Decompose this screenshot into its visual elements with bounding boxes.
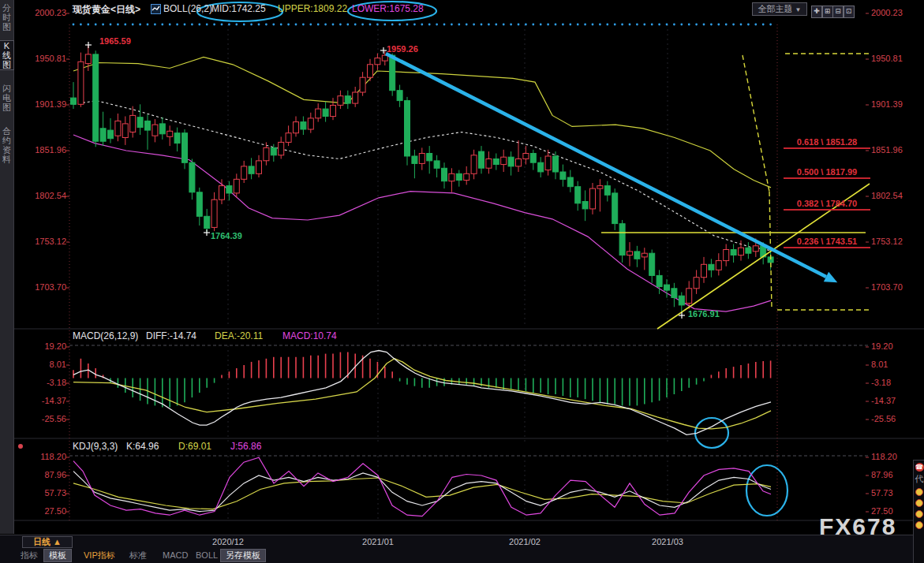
triangle-up-icon: ▲ [53,537,62,546]
bottom-tab-bar: 指标模板VIP指标标准MACDBOLL另存模板 [0,549,924,563]
sidebar-item-char: 电 [0,93,13,103]
alarm-icon[interactable] [915,521,923,529]
period-selector[interactable]: 日线 ▲ [22,536,73,548]
macd-hist-value: MACD:10.74 [282,330,337,341]
boll-label: BOLL(26,2) [163,3,212,14]
period-label: 日线 [33,537,51,546]
sidebar-item-char: 图 [0,103,13,112]
theme-dropdown[interactable]: 全部主题 ▼ [752,2,807,16]
macd-diff-value: DIFF:-14.74 [146,330,196,341]
tab-6[interactable]: BOLL [191,550,223,561]
chart-canvas[interactable] [0,0,924,563]
symbol-title: 现货黄金<日线> [73,3,140,17]
indicator-dot-icon [18,444,23,449]
macd-title: MACD(26,12,9) [73,330,138,341]
sidebar-item-char: 线 [0,50,13,60]
boll-lower-value: LOWER:1675.28 [352,3,424,14]
scale-x-icon[interactable]: ⊟ [832,6,844,18]
fit-chart-icon[interactable]: ⊞ [822,6,833,18]
kdj-j-value: J:56.86 [230,441,261,452]
boll-mid-value: MID:1742.25 [211,3,266,14]
sidebar-item-char: K [0,41,13,50]
trading-app-window: 2000.232000.231950.811950.811901.391901.… [0,0,924,563]
tab-1[interactable]: 指标 [16,550,43,561]
sidebar-item-char: 分 [0,3,13,13]
left-sidebar: 分时图K线图闪电图合约资料 [0,0,14,534]
right-panel-strip: ☎代 [913,460,924,563]
tab-3[interactable]: VIP指标 [79,550,120,561]
x-axis-label: 2021/01 [362,537,394,546]
sidebar-item-char: 约 [0,136,13,145]
sidebar-item-char: 合 [0,126,13,136]
boll-upper-value: UPPER:1809.22 [278,3,347,14]
x-axis-row: 日线 ▲ 2020/122021/012021/022021/03 [0,535,924,550]
kdj-title: KDJ(9,3,3) [73,441,118,452]
tab-4[interactable]: 标准 [125,550,152,561]
x-axis-label: 2021/03 [652,537,683,546]
sidebar-item-3[interactable]: 闪电图 [0,84,13,112]
scale-y-icon[interactable]: ⊡ [844,6,855,18]
chevron-down-icon: ▼ [795,6,802,13]
tab-5[interactable]: MACD [158,550,193,561]
tab-7[interactable]: 另存模板 [221,550,265,561]
sidebar-item-char: 时 [0,13,13,22]
macd-dea-value: DEA:-20.11 [215,330,263,341]
strip-label: 代 [914,473,924,485]
sidebar-item-char: 闪 [0,84,13,93]
sidebar-item-1[interactable]: 分时图 [0,3,13,32]
tab-2[interactable]: 模板 [44,550,71,561]
x-axis-label: 2020/12 [212,537,244,546]
sidebar-item-char: 图 [0,60,13,69]
sidebar-item-char: 资 [0,145,13,155]
move-tool-icon[interactable]: ✚ [811,6,822,18]
symbol-name: 现货黄金 [73,4,110,15]
alert-phone-icon[interactable]: ☎ [915,463,924,472]
alarm-icon[interactable] [915,488,923,496]
sidebar-item-char: 图 [0,22,13,32]
alarm-icon[interactable] [915,499,923,507]
theme-dropdown-label: 全部主题 [758,4,793,13]
sidebar-item-4[interactable]: 合约资料 [0,126,13,164]
x-axis-label: 2021/02 [509,537,541,546]
chart-header: 现货黄金<日线> BOLL(26,2) MID:1742.25 UPPER:18… [0,0,924,19]
kdj-k-value: K:64.96 [126,441,159,452]
kdj-d-value: D:69.01 [178,441,211,452]
kline-icon [151,4,161,17]
symbol-period: <日线> [110,4,140,15]
sidebar-item-2[interactable]: K线图 [0,41,13,69]
sidebar-item-char: 料 [0,155,13,164]
alarm-icon[interactable] [915,510,923,518]
